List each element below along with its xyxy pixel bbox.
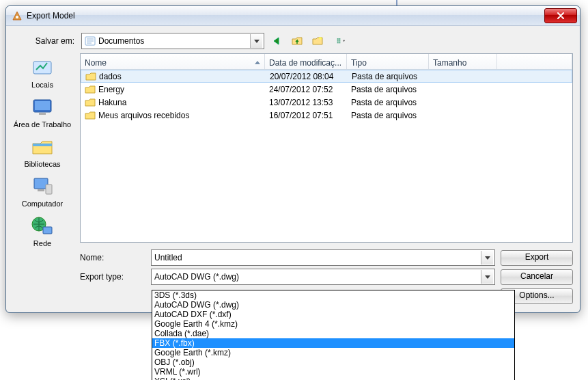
file-date: 13/07/2012 13:53 — [265, 98, 347, 107]
file-date: 24/07/2012 07:52 — [265, 85, 347, 94]
file-type: Pasta de arquivos — [348, 72, 430, 81]
table-row[interactable]: Hakuna13/07/2012 13:53Pasta de arquivos — [81, 96, 572, 109]
dropdown-option[interactable]: XSI (*.xsi) — [152, 377, 514, 380]
sort-ascending-icon — [255, 61, 260, 64]
file-date: 20/07/2012 08:04 — [266, 72, 348, 81]
folder-icon — [85, 98, 96, 107]
place-recent[interactable]: Locais — [12, 56, 73, 89]
view-menu-button[interactable] — [330, 33, 354, 49]
export-type-combo[interactable]: AutoCAD DWG (*.dwg) — [151, 269, 495, 285]
computer-icon — [31, 175, 54, 198]
window-title: Export Model — [27, 11, 75, 21]
svg-rect-7 — [339, 42, 340, 43]
svg-rect-12 — [33, 144, 52, 146]
filename-value: Untitled — [154, 253, 481, 262]
place-computer[interactable]: Computador — [12, 175, 73, 208]
place-label: Computador — [12, 200, 73, 208]
desktop-icon — [31, 96, 54, 119]
place-network[interactable]: Rede — [12, 215, 73, 247]
svg-rect-15 — [46, 185, 52, 194]
dropdown-option[interactable]: 3DS (*.3ds) — [152, 290, 514, 300]
dropdown-option[interactable]: OBJ (*.obj) — [152, 357, 514, 367]
place-label: Área de Trabalho — [12, 120, 73, 128]
back-button[interactable] — [268, 33, 285, 49]
column-spare — [497, 54, 572, 69]
export-type-label: Export type: — [80, 272, 145, 282]
export-type-dropdown-handle[interactable] — [481, 270, 493, 284]
column-size-label: Tamanho — [433, 58, 466, 68]
libraries-icon — [31, 135, 54, 159]
table-row[interactable]: dados20/07/2012 08:04Pasta de arquivos — [81, 70, 572, 83]
column-type-label: Tipo — [351, 58, 367, 68]
folder-icon — [85, 111, 96, 120]
place-libraries[interactable]: Bibliotecas — [12, 135, 73, 168]
folder-icon — [85, 72, 96, 81]
file-type: Pasta de arquivos — [347, 85, 429, 94]
svg-rect-14 — [38, 189, 44, 191]
svg-rect-10 — [35, 101, 50, 110]
file-type: Pasta de arquivos — [347, 98, 429, 107]
svg-rect-11 — [39, 113, 46, 115]
folder-dropdown-handle[interactable] — [250, 34, 262, 48]
table-row[interactable]: Meus arquivos recebidos16/07/2012 07:51P… — [81, 109, 572, 122]
cancel-button[interactable]: Cancelar — [501, 269, 573, 285]
save-in-row: Salvar em: Documentos — [8, 29, 573, 53]
places-bar: Locais Área de Trabalho Bibliotecas Comp… — [8, 53, 77, 306]
svg-rect-6 — [337, 42, 339, 43]
filename-dropdown-handle[interactable] — [481, 251, 493, 264]
svg-rect-2 — [337, 38, 339, 40]
dropdown-option[interactable]: AutoCAD DWG (*.dwg) — [152, 300, 514, 310]
folder-combo[interactable]: Documentos — [81, 33, 264, 49]
dropdown-option[interactable]: Collada (*.dae) — [152, 329, 514, 338]
place-label: Bibliotecas — [12, 160, 73, 168]
column-headers[interactable]: Nome Data de modificaç... Tipo Tamanho — [81, 54, 572, 70]
documents-icon — [85, 36, 96, 46]
column-date-label: Data de modificaç... — [269, 58, 341, 68]
export-model-dialog: Export Model Salvar em: Documentos — [5, 5, 580, 313]
table-row[interactable]: Energy24/07/2012 07:52Pasta de arquivos — [81, 83, 572, 96]
file-name: Meus arquivos recebidos — [98, 111, 189, 120]
export-type-value: AutoCAD DWG (*.dwg) — [154, 272, 481, 282]
dropdown-option[interactable]: Google Earth 4 (*.kmz) — [152, 319, 514, 329]
svg-rect-3 — [339, 38, 340, 40]
column-name[interactable]: Nome — [81, 54, 265, 69]
column-name-label: Nome — [85, 58, 107, 68]
recent-places-icon — [31, 56, 54, 79]
svg-point-0 — [16, 16, 18, 18]
dropdown-option[interactable]: FBX (*.fbx) — [152, 338, 514, 348]
file-name: dados — [99, 72, 122, 81]
up-one-level-button[interactable] — [289, 33, 305, 49]
filename-label: Nome: — [80, 253, 145, 262]
folder-icon — [85, 85, 96, 94]
dropdown-option[interactable]: Google Earth (*.kmz) — [152, 348, 514, 357]
place-label: Rede — [12, 239, 73, 247]
file-name: Energy — [98, 85, 124, 94]
svg-rect-4 — [337, 40, 339, 42]
network-icon — [31, 215, 54, 238]
place-desktop[interactable]: Área de Trabalho — [12, 96, 73, 128]
save-in-label: Salvar em: — [21, 36, 77, 46]
place-label: Locais — [12, 81, 73, 89]
new-folder-button[interactable] — [309, 33, 326, 49]
svg-rect-5 — [339, 40, 340, 42]
file-type: Pasta de arquivos — [347, 111, 429, 120]
file-date: 16/07/2012 07:51 — [265, 111, 347, 120]
column-date[interactable]: Data de modificaç... — [265, 54, 347, 69]
titlebar[interactable]: Export Model — [6, 6, 580, 26]
app-icon — [12, 10, 23, 21]
close-button[interactable] — [544, 8, 577, 23]
current-folder-name: Documentos — [98, 36, 250, 46]
svg-rect-17 — [43, 227, 52, 234]
export-type-dropdown[interactable]: 3DS (*.3ds)AutoCAD DWG (*.dwg)AutoCAD DX… — [152, 290, 515, 380]
file-list[interactable]: Nome Data de modificaç... Tipo Tamanho d… — [80, 53, 573, 243]
dropdown-option[interactable]: VRML (*.wrl) — [152, 367, 514, 377]
column-type[interactable]: Tipo — [347, 54, 429, 69]
export-button[interactable]: Export — [501, 250, 573, 266]
filename-input[interactable]: Untitled — [151, 249, 495, 266]
file-name: Hakuna — [98, 98, 126, 107]
dropdown-option[interactable]: AutoCAD DXF (*.dxf) — [152, 310, 514, 319]
column-size[interactable]: Tamanho — [429, 54, 497, 69]
